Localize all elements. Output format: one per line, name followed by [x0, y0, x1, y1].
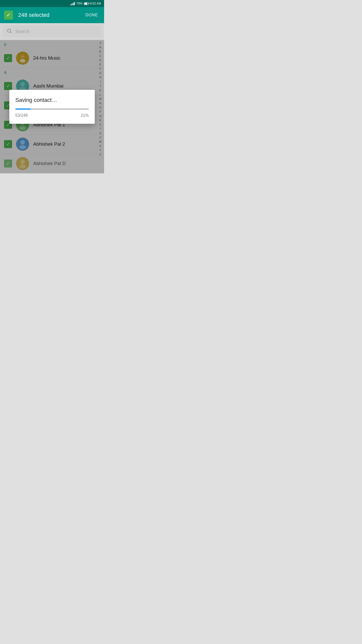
contacts-list: # A B C D E F G H I J K L M N O P Q R S … — [0, 40, 104, 173]
select-all-checkbox[interactable]: ✓ — [4, 11, 13, 20]
search-bar-container: Search — [0, 23, 104, 40]
status-bar: 79% 6:02 AM — [0, 0, 104, 7]
saving-dialog: Saving contact… 53/248 21% — [9, 90, 95, 124]
battery-icon — [84, 2, 88, 5]
battery-percent: 79% — [76, 2, 82, 5]
search-input-wrap[interactable]: Search — [3, 26, 101, 37]
app-bar: ✓ 248 selected DONE — [0, 7, 104, 23]
search-icon — [7, 28, 12, 35]
time-display: 6:02 AM — [90, 2, 101, 5]
svg-line-1 — [10, 32, 11, 33]
dialog-title: Saving contact… — [15, 97, 89, 103]
checkmark-icon: ✓ — [6, 12, 11, 18]
progress-percent: 21% — [81, 113, 89, 118]
progress-bar-fill — [15, 108, 31, 110]
selected-count-label: 248 selected — [18, 12, 83, 18]
signal-icon — [70, 2, 75, 5]
progress-bar-track — [15, 108, 89, 110]
progress-labels: 53/248 21% — [15, 113, 89, 118]
done-button[interactable]: DONE — [83, 11, 100, 19]
dialog-overlay: Saving contact… 53/248 21% — [0, 40, 104, 173]
progress-current: 53/248 — [15, 113, 28, 118]
search-placeholder: Search — [15, 29, 29, 34]
